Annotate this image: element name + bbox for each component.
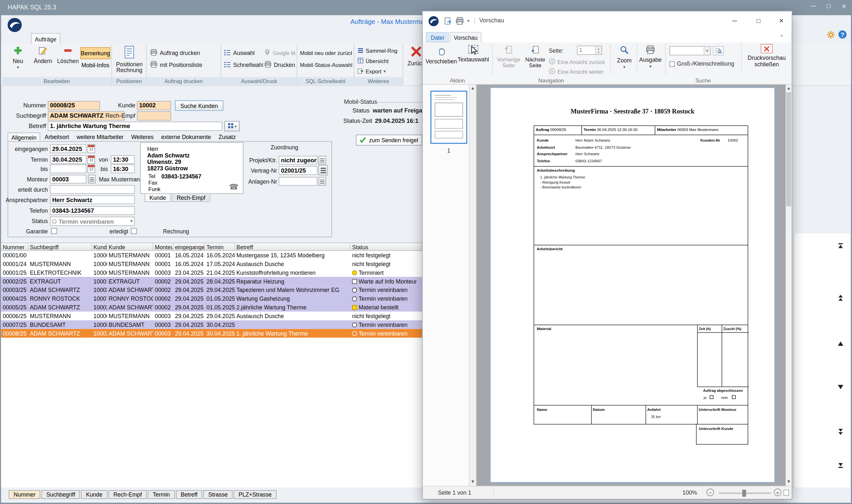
col-header[interactable]: Status	[350, 243, 422, 250]
verschieben-button[interactable]: Verschieben	[428, 45, 454, 64]
google-maps-button[interactable]: Google Maps	[264, 48, 295, 57]
tab-rech-empf[interactable]: Rech-Empf	[172, 194, 210, 202]
table-row[interactable]: 00001/25ELEKTROTECHNIK10000MUSTERMANN000…	[1, 268, 422, 277]
bis-field[interactable]: 16:30	[111, 165, 135, 173]
positionen-rechnung-button[interactable]: Positionen Rechnung	[115, 46, 143, 73]
close-icon[interactable]: ×	[837, 2, 851, 12]
record-last-icon[interactable]	[837, 461, 845, 469]
preview-tab-datei[interactable]: Datei	[426, 32, 449, 42]
rech-empf-field[interactable]	[137, 111, 171, 121]
drucken-button[interactable]: Drucken ▾	[264, 60, 295, 70]
ribbon-collapse-icon[interactable]: ˄	[780, 33, 783, 38]
kunde-field[interactable]: 10002	[137, 101, 171, 110]
calendar-icon[interactable]: 12	[87, 155, 95, 164]
record-prev-icon[interactable]	[837, 340, 845, 347]
maximize-icon[interactable]: □	[821, 2, 836, 12]
neu-button[interactable]: Neu ▾	[6, 46, 30, 70]
preview-page[interactable]: MusterFirma · Seestraße 37 · 18059 Rosto…	[490, 87, 775, 482]
status-dropdown[interactable]: Termin vereinbaren ▾	[50, 217, 135, 226]
tab-kunde[interactable]: Kunde	[145, 194, 171, 202]
telefon-field[interactable]: 03843-1234567	[50, 206, 135, 215]
naechste-seite-button[interactable]: Nächste Seite	[523, 45, 547, 68]
seite-spinner[interactable]: 1 ▴▾	[577, 46, 602, 55]
table-row[interactable]: 00007/25BUNDESAMT10008BUNDESAMT0000329.0…	[1, 320, 422, 329]
col-header[interactable]: Kunde	[92, 243, 107, 250]
minimize-icon[interactable]: ─	[806, 2, 821, 12]
ansicht-weiter-button[interactable]: Eine Ansicht weiter	[549, 68, 610, 76]
quick-print-icon[interactable]	[455, 17, 464, 27]
table-row[interactable]: 00008/25ADAM SCHWARTZ10002ADAM SCHWARTZ0…	[1, 329, 422, 338]
scrollbar-thumb[interactable]	[786, 92, 791, 206]
schnellwahl-button[interactable]: Schnellwahl	[224, 60, 263, 70]
record-first-icon[interactable]	[837, 242, 845, 250]
thumbnail-scrollbar[interactable]: ▲ ▼	[470, 85, 477, 486]
help-icon[interactable]: ?	[838, 30, 847, 38]
col-header[interactable]: Betreff	[234, 243, 350, 250]
uebersicht-button[interactable]: Übersicht	[358, 57, 401, 65]
table-row[interactable]: 00001/0010000MUSTERMANN0000116.05.202416…	[1, 251, 422, 259]
projekt-field[interactable]: nicht zugeord	[279, 156, 317, 165]
erledigt-checkbox[interactable]	[131, 228, 137, 234]
col-header[interactable]: Suchbegriff	[28, 243, 91, 250]
doc-tab-auftraege[interactable]: Aufträge	[31, 33, 60, 44]
page-fit-icon[interactable]	[783, 490, 789, 496]
eingegangen-field[interactable]: 29.04.2025	[50, 144, 86, 153]
vorherige-seite-button[interactable]: Vorherige Seite	[495, 45, 522, 68]
preview-close-icon[interactable]: ×	[771, 13, 791, 29]
preview-tab-vorschau[interactable]: Vorschau	[450, 32, 481, 42]
anlagen-field[interactable]	[279, 177, 317, 185]
spinner-arrows-icon[interactable]: ▴▾	[595, 46, 602, 54]
orders-table-header[interactable]: Nummer Suchbegriff Kunde Kunde Monteur e…	[1, 243, 422, 251]
bis-date-field[interactable]	[50, 165, 86, 173]
record-prev-page-icon[interactable]	[837, 294, 845, 302]
col-header[interactable]: Termin	[205, 243, 234, 250]
sort-tab-betreff[interactable]: Betreff	[176, 490, 202, 499]
col-header[interactable]: eingegangen	[173, 243, 205, 250]
zoom-slider-thumb[interactable]	[742, 490, 746, 497]
betreff-lookup-button[interactable]: ▾	[225, 121, 240, 131]
record-next-page-icon[interactable]	[837, 428, 845, 435]
export-button[interactable]: Export ▾	[358, 67, 401, 76]
auswahl-button[interactable]: Auswahl	[224, 48, 261, 57]
sort-tab-termin[interactable]: Termin	[148, 490, 175, 499]
table-row[interactable]: 00005/25ADAM SCHWARTZ10002ADAM SCHWARTZ0…	[1, 303, 422, 312]
mobil-infos-button[interactable]: Mobil-Infos	[81, 62, 110, 68]
col-header[interactable]: Kunde	[107, 243, 153, 250]
ansprechpartner-field[interactable]: Herr Schwartz	[50, 196, 135, 204]
ansicht-zurueck-button[interactable]: Eine Ansicht zurück	[549, 58, 610, 66]
monteur-field[interactable]: 00003	[50, 175, 86, 184]
erteilt-durch-field[interactable]	[50, 185, 135, 194]
zum-senden-button[interactable]: zum Senden freigel	[356, 134, 422, 145]
termin-field[interactable]: 30.04.2025	[50, 155, 86, 164]
page-thumbnail[interactable]	[430, 91, 467, 144]
preview-minimize-icon[interactable]: ─	[725, 13, 744, 29]
mobil-status-auswahl-button[interactable]: Mobil-Status-Auswahl	[300, 60, 352, 70]
loeschen-button[interactable]: Löschen	[55, 46, 80, 64]
phone-icon[interactable]: ☎	[229, 182, 239, 191]
zoom-out-icon[interactable]: −	[707, 488, 714, 496]
von-field[interactable]: 12:30	[111, 155, 135, 164]
table-row[interactable]: 00003/25ADAM SCHWARTZ10002ADAM SCHWARTZ0…	[1, 286, 422, 294]
tab-weitere-mitarbeiter[interactable]: weitere Mitarbeiter	[73, 132, 127, 141]
app-logo-icon[interactable]	[5, 17, 24, 33]
tab-allgemein[interactable]: Allgemein	[8, 132, 40, 141]
export-document-icon[interactable]	[443, 17, 452, 28]
zoom-button[interactable]: Zoom ▾	[613, 45, 636, 70]
calendar-icon[interactable]: 12	[87, 165, 95, 173]
col-header[interactable]: Nummer	[1, 243, 28, 250]
bemerkung-button[interactable]: Bemerkung	[81, 47, 110, 59]
record-next-icon[interactable]	[837, 383, 845, 391]
ausgabe-button[interactable]: Ausgabe ▾	[638, 45, 663, 69]
case-sensitive-checkbox[interactable]	[670, 61, 675, 67]
calendar-icon[interactable]: 12	[87, 144, 95, 153]
auftrag-drucken-button[interactable]: Auftrag drucken	[150, 48, 219, 57]
search-button[interactable]	[713, 46, 724, 56]
vertrag-field[interactable]: 02001/25	[279, 166, 317, 175]
mobil-neu-button[interactable]: Mobil neu oder zurück	[300, 48, 352, 57]
sort-tab-strasse[interactable]: Strasse	[204, 490, 233, 499]
tab-externe-dokumente[interactable]: externe Dokumente	[158, 132, 214, 141]
sort-tab-rech-empf[interactable]: Rech-Empf	[108, 490, 146, 499]
table-row[interactable]: 00004/25RONNY ROSTOCK10007RONNY ROSTOCK0…	[1, 294, 422, 303]
table-row[interactable]: 00001/24MUSTERMANN10000MUSTERMANN0000116…	[1, 259, 422, 268]
zoom-in-icon[interactable]: +	[774, 488, 781, 496]
